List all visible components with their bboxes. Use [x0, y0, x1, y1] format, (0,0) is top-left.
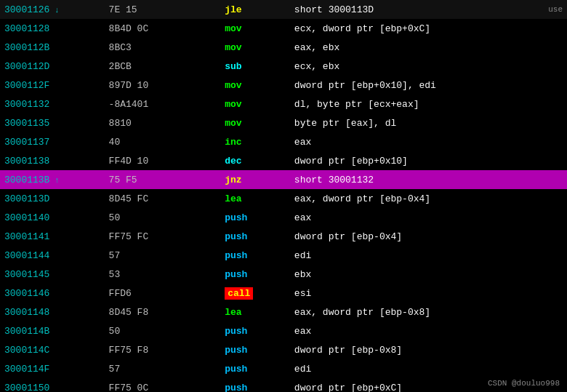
right-label-cell: [530, 208, 567, 227]
bytes-cell: 2BCB: [105, 57, 221, 76]
mnemonic-cell: mov: [220, 38, 290, 57]
mnemonic-cell: call: [220, 284, 290, 303]
table-row[interactable]: 30001141FF75 FCpushdword ptr [ebp-0x4]: [0, 227, 567, 246]
mnemonic-cell: push: [220, 227, 290, 246]
table-row[interactable]: 3000114457pushedi: [0, 246, 567, 265]
right-label-cell: [530, 151, 567, 170]
table-row[interactable]: 30001150FF75 0Cpushdword ptr [ebp+0xC]: [0, 378, 567, 392]
operands-cell: edi: [290, 359, 530, 378]
table-row[interactable]: 30001132-8A1401movdl, byte ptr [ecx+eax]: [0, 95, 567, 113]
mnemonic-cell: push: [220, 359, 290, 378]
table-row[interactable]: 3000114B50pusheax: [0, 321, 567, 340]
operands-cell: dword ptr [ebp-0x4]: [290, 227, 530, 246]
mnemonic-cell: inc: [220, 132, 290, 151]
bytes-cell: FF75 FC: [105, 227, 221, 246]
right-label-cell: [530, 76, 567, 95]
table-row[interactable]: 3000114CFF75 F8pushdword ptr [ebp-0x8]: [0, 340, 567, 359]
table-row[interactable]: 300011358810movbyte ptr [eax], dl: [0, 113, 567, 132]
operands-cell: edi: [290, 246, 530, 265]
right-label-cell: [530, 95, 567, 113]
bytes-cell: 8B4D 0C: [105, 19, 221, 38]
operands-cell: esi: [290, 284, 530, 303]
table-row[interactable]: 30001126 ↓7E 15jleshort 3000113Duse: [0, 0, 567, 19]
bytes-cell: 7E 15: [105, 0, 221, 19]
address-cell: 30001140: [0, 208, 105, 227]
arrow-icon: ↓: [49, 6, 59, 15]
operands-cell: ecx, ebx: [290, 57, 530, 76]
table-row[interactable]: 30001146FFD6callesi: [0, 284, 567, 303]
address-cell: 30001132: [0, 95, 105, 113]
right-label-cell: [530, 359, 567, 378]
mnemonic-cell: push: [220, 378, 290, 392]
operands-cell: short 3000113D: [290, 0, 530, 19]
right-label-cell: [530, 113, 567, 132]
right-label-cell: [530, 340, 567, 359]
bytes-cell: 40: [105, 132, 221, 151]
mnemonic-cell: push: [220, 321, 290, 340]
table-row[interactable]: 3000114050pusheax: [0, 208, 567, 227]
bytes-cell: FF4D 10: [105, 151, 221, 170]
right-label-cell: [530, 265, 567, 284]
arrow-icon: ↑: [49, 176, 59, 185]
table-row[interactable]: 3000114F57pushedi: [0, 359, 567, 378]
watermark: CSDN @douluo998: [488, 379, 560, 388]
mnemonic-cell: lea: [220, 189, 290, 208]
right-label-cell: [530, 246, 567, 265]
address-cell: 30001138: [0, 151, 105, 170]
table-row[interactable]: 30001138FF4D 10decdword ptr [ebp+0x10]: [0, 151, 567, 170]
operands-cell: dword ptr [ebp+0x10], edi: [290, 76, 530, 95]
address-cell: 3000112B: [0, 38, 105, 57]
operands-cell: dword ptr [ebp-0x8]: [290, 340, 530, 359]
right-label-cell: [530, 284, 567, 303]
operands-cell: ecx, dword ptr [ebp+0xC]: [290, 19, 530, 38]
right-label-cell: [530, 189, 567, 208]
operands-cell: dword ptr [ebp+0x10]: [290, 151, 530, 170]
address-cell: 3000114B: [0, 321, 105, 340]
bytes-cell: 897D 10: [105, 76, 221, 95]
address-cell: 30001148: [0, 303, 105, 321]
right-label-cell: [530, 38, 567, 57]
address-cell: 30001144: [0, 246, 105, 265]
mnemonic-cell: jle: [220, 0, 290, 19]
bytes-cell: FF75 F8: [105, 340, 221, 359]
table-row[interactable]: 3000113740inceax: [0, 132, 567, 151]
address-cell: 30001137: [0, 132, 105, 151]
mnemonic-cell: push: [220, 340, 290, 359]
operands-cell: short 30001132: [290, 170, 530, 189]
right-label-cell: [530, 303, 567, 321]
mnemonic-cell: mov: [220, 113, 290, 132]
table-row[interactable]: 3000112D2BCBsubecx, ebx: [0, 57, 567, 76]
operands-cell: eax: [290, 132, 530, 151]
mnemonic-cell: push: [220, 246, 290, 265]
table-row[interactable]: 3000113B ↑75 F5jnzshort 30001132: [0, 170, 567, 189]
table-row[interactable]: 3000114553pushebx: [0, 265, 567, 284]
right-label-cell: [530, 132, 567, 151]
address-cell: 30001146: [0, 284, 105, 303]
mnemonic-cell: lea: [220, 303, 290, 321]
operands-cell: eax, ebx: [290, 38, 530, 57]
right-label-cell: [530, 19, 567, 38]
mnemonic-cell: mov: [220, 95, 290, 113]
address-cell: 30001135: [0, 113, 105, 132]
right-label-cell: [530, 57, 567, 76]
address-cell: 3000112D: [0, 57, 105, 76]
bytes-cell: 50: [105, 208, 221, 227]
operands-cell: byte ptr [eax], dl: [290, 113, 530, 132]
table-row[interactable]: 3000112B8BC3moveax, ebx: [0, 38, 567, 57]
table-row[interactable]: 300011488D45 F8leaeax, dword ptr [ebp-0x…: [0, 303, 567, 321]
operands-cell: eax: [290, 208, 530, 227]
bytes-cell: 8D45 F8: [105, 303, 221, 321]
mnemonic-cell: jnz: [220, 170, 290, 189]
right-label-cell: [530, 170, 567, 189]
mnemonic-cell: dec: [220, 151, 290, 170]
operands-cell: dl, byte ptr [ecx+eax]: [290, 95, 530, 113]
mnemonic-cell: push: [220, 208, 290, 227]
table-row[interactable]: 300011288B4D 0Cmovecx, dword ptr [ebp+0x…: [0, 19, 567, 38]
table-row[interactable]: 3000112F897D 10movdword ptr [ebp+0x10], …: [0, 76, 567, 95]
address-cell: 3000114F: [0, 359, 105, 378]
disassembly-table: 30001126 ↓7E 15jleshort 3000113Duse30001…: [0, 0, 567, 392]
address-cell: 3000112F: [0, 76, 105, 95]
address-cell: 30001150: [0, 378, 105, 392]
bytes-cell: FF75 0C: [105, 378, 221, 392]
table-row[interactable]: 3000113D8D45 FCleaeax, dword ptr [ebp-0x…: [0, 189, 567, 208]
